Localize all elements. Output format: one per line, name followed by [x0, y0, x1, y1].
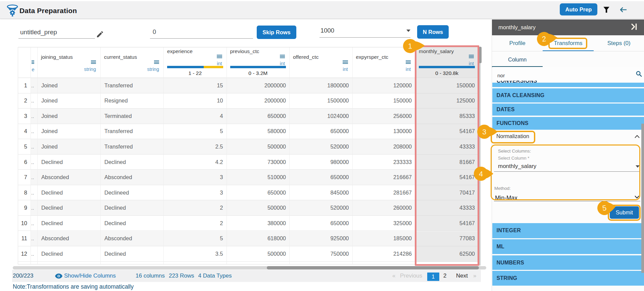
- list-item-label: ML: [497, 244, 505, 250]
- table-cell: 10: [164, 93, 227, 109]
- pagination-next-arrow[interactable]: »: [473, 270, 476, 282]
- show-hide-columns-button[interactable]: Show/Hide Columns: [64, 270, 116, 282]
- column-type-label: int: [406, 67, 411, 72]
- table-horizontal-scrollbar-thumb[interactable]: [267, 266, 479, 269]
- clipped-list-item[interactable]: CONVERSIONS: [492, 81, 644, 83]
- column-menu-icon[interactable]: [154, 60, 159, 64]
- table-cell: 1500000: [290, 93, 352, 109]
- pagination-previous[interactable]: Previous: [400, 270, 422, 282]
- table-cell: 130000: [353, 124, 415, 139]
- panel-header: monthly_salary: [492, 19, 644, 35]
- list-item-numbers[interactable]: NUMBERS: [492, 255, 644, 270]
- column-header-previous_ctc[interactable]: previous_ctcint0 - 3.2M: [227, 47, 290, 78]
- stat-item: 223 Rows: [169, 273, 194, 279]
- list-item-data-cleansing[interactable]: DATA CLEANSING: [492, 88, 644, 102]
- search-input-value[interactable]: nor: [497, 73, 505, 79]
- tab-profile[interactable]: Profile: [492, 35, 543, 51]
- collapse-panel-icon[interactable]: [631, 24, 638, 30]
- row-number: 11: [18, 231, 31, 247]
- app-bar: [0, 1, 644, 19]
- column-header-offered_ctc[interactable]: offered_ctcint: [290, 47, 352, 78]
- column-menu-icon[interactable]: [343, 60, 348, 64]
- table-cell: 925000: [290, 231, 352, 247]
- skip-rows-button[interactable]: Skip Rows: [257, 26, 296, 39]
- n-rows-button[interactable]: N Rows: [417, 25, 449, 39]
- list-item-string[interactable]: STRING: [492, 271, 644, 286]
- row-number: 9: [18, 200, 31, 216]
- eye-icon[interactable]: [55, 274, 62, 279]
- column-type-label: e: [32, 67, 35, 72]
- table-cell: Joined: [38, 124, 100, 139]
- column-range: 1 - 22: [164, 70, 227, 76]
- column-header-cut[interactable]: e: [31, 47, 37, 78]
- table-vertical-scrollbar-track[interactable]: [479, 47, 481, 265]
- list-item-dates[interactable]: DATES: [492, 103, 644, 116]
- table-column-current_status: current_statusstringTransferredResignedT…: [101, 47, 164, 264]
- table-footer-bar: 200/223 Show/Hide Columns 16 columns223 …: [12, 270, 481, 282]
- pagination-page-2[interactable]: 2: [443, 270, 446, 282]
- list-item-integer[interactable]: INTEGER: [492, 223, 644, 238]
- table-cell: Declined: [38, 155, 100, 170]
- column-header-joining_status[interactable]: joining_statusstring: [38, 47, 100, 78]
- table-vertical-scrollbar[interactable]: [479, 47, 482, 63]
- n-rows-select[interactable]: 1000: [320, 27, 334, 34]
- table-cell: Declineed: [101, 185, 163, 201]
- column-type-label: string: [147, 67, 159, 72]
- column-header-rownum: [18, 47, 31, 78]
- table-cell: Absconded: [101, 170, 163, 185]
- table-cell: 216667: [353, 170, 415, 185]
- filter-icon[interactable]: [603, 6, 610, 13]
- edit-pencil-icon[interactable]: [96, 30, 104, 38]
- tab-steps-0-[interactable]: Steps (0): [594, 35, 644, 51]
- search-field[interactable]: nor: [492, 67, 644, 81]
- column-menu-icon[interactable]: [280, 55, 285, 58]
- list-item-ml[interactable]: ML: [492, 239, 644, 254]
- table-column-experience: experienceint1 - 221510452.54.2332253.5: [164, 47, 227, 264]
- table-cell: 650000: [290, 216, 352, 231]
- table-cell: Joined: [38, 78, 100, 93]
- table-cell: 650000: [227, 185, 290, 201]
- annotation-box-form: [491, 144, 640, 200]
- table-cell: 4.2: [164, 155, 227, 170]
- list-item-functions[interactable]: FUNCTIONS: [492, 117, 644, 130]
- table-cell: Declined: [101, 246, 163, 262]
- table-cell: 2000000: [227, 78, 290, 93]
- panel-scrollbar-thumb[interactable]: [641, 124, 644, 273]
- column-menu-icon[interactable]: [32, 60, 34, 64]
- row-number: 10: [18, 216, 31, 231]
- pagination-prev-arrow[interactable]: «: [392, 270, 395, 282]
- list-item-label: DATA CLEANSING: [497, 92, 545, 98]
- chevron-up-icon[interactable]: [635, 135, 640, 138]
- n-rows-caret-icon[interactable]: [406, 30, 410, 32]
- tab-column[interactable]: Column: [492, 53, 543, 66]
- row-number: 1: [18, 78, 31, 93]
- column-menu-icon[interactable]: [217, 55, 222, 58]
- table-cell: ..: [31, 139, 37, 155]
- table-cell: 2: [164, 216, 227, 231]
- column-header-current_status[interactable]: current_statusstring: [101, 47, 163, 78]
- table-cell: Absconded: [38, 170, 100, 185]
- table-cell: 520000: [290, 200, 352, 216]
- table-cell: 520000: [290, 139, 352, 155]
- table-cell: 3: [164, 185, 227, 201]
- auto-prep-button[interactable]: Auto Prep: [560, 3, 597, 15]
- back-arrow-icon[interactable]: [620, 7, 627, 12]
- search-icon[interactable]: [636, 71, 642, 77]
- table-cell: 256000: [353, 109, 415, 124]
- table-bottom-border: [18, 264, 478, 264]
- table-cell: 208000: [353, 139, 415, 155]
- column-menu-icon[interactable]: [91, 60, 96, 64]
- column-header-experience[interactable]: experienceint1 - 22: [164, 47, 227, 78]
- table-column-joining_status: joining_statusstringJoinedJoinedJoinedJo…: [38, 47, 101, 264]
- pagination-page-1[interactable]: 1: [427, 273, 439, 281]
- pagination-next[interactable]: Next: [456, 270, 468, 282]
- table-column-offered_ctc: offered_ctcint18000001500000102400065000…: [290, 47, 353, 264]
- list-item-conversions[interactable]: CONVERSIONS: [492, 83, 644, 87]
- skip-rows-input[interactable]: 0: [153, 29, 156, 36]
- column-menu-icon[interactable]: [406, 60, 411, 64]
- prep-name-input[interactable]: untitled_prep: [20, 29, 57, 36]
- table-cell: Transferred: [101, 139, 163, 155]
- table-cell: 185000: [353, 231, 415, 247]
- row-number: 5: [18, 139, 31, 155]
- list-item-label: INTEGER: [497, 227, 521, 234]
